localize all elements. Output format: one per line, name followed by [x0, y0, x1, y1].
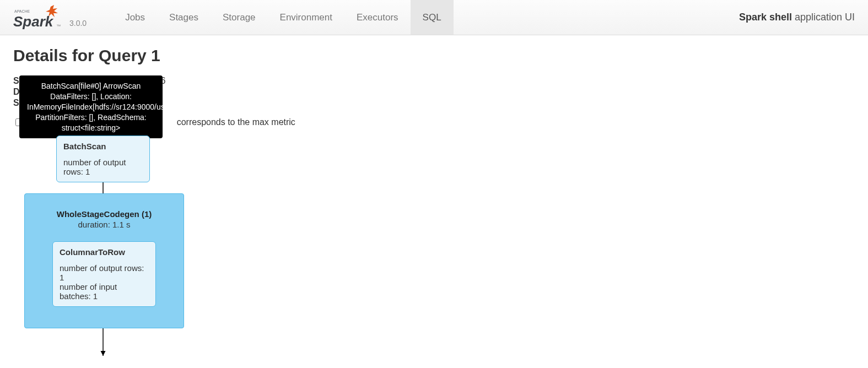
tab-storage[interactable]: Storage: [211, 0, 268, 35]
dag-area: BatchScan number of output rows: 1 Whole…: [13, 136, 454, 367]
cluster-wholestage[interactable]: WholeStageCodegen (1) duration: 1.1 s Co…: [24, 193, 184, 328]
node-batchscan-metric1: number of output rows: 1: [63, 158, 143, 176]
node-columnar-title: ColumnarToRow: [60, 247, 149, 257]
checkbox-suffix: corresponds to the max metric: [177, 117, 295, 127]
tab-environment[interactable]: Environment: [268, 0, 344, 35]
spark-version: 3.0.0: [69, 19, 87, 31]
node-columnar-metric2: number of input batches: 1: [60, 282, 149, 301]
svg-text:™: ™: [56, 24, 61, 29]
node-columnar[interactable]: ColumnarToRow number of output rows: 1 n…: [52, 241, 156, 307]
svg-text:Spark: Spark: [13, 13, 54, 30]
tab-executors[interactable]: Executors: [344, 0, 411, 35]
brand[interactable]: APACHE Spark ™ 3.0.0: [13, 4, 87, 31]
nav-tabs: Jobs Stages Storage Environment Executor…: [113, 0, 453, 35]
svg-text:APACHE: APACHE: [14, 9, 30, 13]
navbar: APACHE Spark ™ 3.0.0 Jobs Stages Storage…: [0, 0, 868, 35]
app-name-bold: Spark shell: [739, 12, 792, 23]
tab-stages[interactable]: Stages: [157, 0, 211, 35]
cluster-title: WholeStageCodegen (1): [25, 204, 184, 220]
app-name: Spark shell application UI: [739, 12, 855, 23]
node-tooltip: BatchScan[file#0] ArrowScan DataFilters:…: [19, 75, 163, 138]
content: Details for Query 1 Submitted Time: 2020…: [0, 35, 868, 368]
cluster-subtitle: duration: 1.1 s: [25, 220, 184, 229]
app-name-rest: application UI: [792, 12, 855, 23]
node-batchscan[interactable]: BatchScan number of output rows: 1: [56, 136, 150, 182]
tab-sql[interactable]: SQL: [411, 0, 454, 35]
node-batchscan-title: BatchScan: [63, 142, 143, 151]
spark-logo-icon: APACHE Spark ™: [13, 4, 64, 31]
page-title: Details for Query 1: [13, 46, 855, 65]
node-columnar-metric1: number of output rows: 1: [60, 263, 149, 282]
tab-jobs[interactable]: Jobs: [113, 0, 157, 35]
